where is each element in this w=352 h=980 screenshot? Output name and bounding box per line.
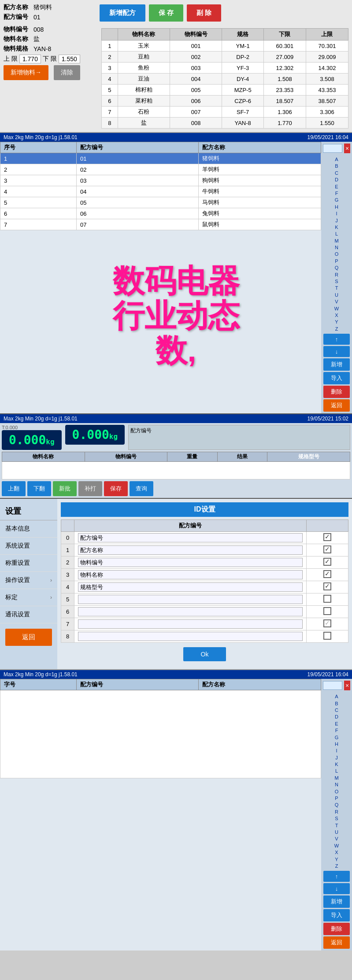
table-row[interactable]: 3鱼粉003YF-312.30214.302 xyxy=(102,63,348,74)
alpha-j[interactable]: J xyxy=(335,217,338,224)
id-input-8[interactable] xyxy=(78,632,303,641)
settings-item-comms[interactable]: 通讯设置 xyxy=(0,606,57,623)
bottom-close-button[interactable]: × xyxy=(344,681,350,690)
alpha-g[interactable]: G xyxy=(335,197,339,203)
bottom-alpha-x[interactable]: X xyxy=(335,849,338,856)
alphabet-list[interactable]: A B C D E F G H I J K L M N O P Q xyxy=(334,156,339,332)
settings-item-operation[interactable]: 操作设置 › xyxy=(0,572,57,589)
checkbox-1[interactable] xyxy=(323,545,331,553)
alpha-p[interactable]: P xyxy=(335,258,338,265)
bottom-alpha-f[interactable]: F xyxy=(335,727,338,734)
bottom-alpha-h[interactable]: H xyxy=(335,741,338,748)
alpha-n[interactable]: N xyxy=(335,244,338,251)
sidebar-up-button[interactable]: ↑ xyxy=(323,334,350,345)
bottom-search-input[interactable] xyxy=(323,681,342,690)
alpha-d[interactable]: D xyxy=(335,177,338,183)
table-row[interactable]: 8盐008YAN-81.7701.550 xyxy=(102,118,348,129)
id-input-0[interactable] xyxy=(78,533,303,542)
alpha-b[interactable]: B xyxy=(335,163,338,169)
list-item[interactable]: 606兔饲料 xyxy=(0,208,321,219)
bottom-alpha-k[interactable]: K xyxy=(335,761,338,768)
bottom-alpha-p[interactable]: P xyxy=(335,795,338,802)
list-item[interactable]: 101猪饲料 xyxy=(0,153,321,164)
search-input[interactable] xyxy=(323,144,342,153)
settings-item-system[interactable]: 系统设置 xyxy=(0,538,57,555)
bottom-up-button[interactable]: ↑ xyxy=(323,871,350,882)
table-row[interactable]: 4豆油004DY-41.5083.508 xyxy=(102,74,348,85)
table-row[interactable]: 7石粉007SF-71.3063.306 xyxy=(102,107,348,118)
bottom-alpha-w[interactable]: W xyxy=(334,843,339,849)
table-row[interactable]: 2豆粕002DP-227.00929.009 xyxy=(102,52,348,63)
id-input-6[interactable] xyxy=(78,607,303,616)
checkbox-8[interactable] xyxy=(323,632,331,640)
sidebar-back-button[interactable]: 返回 xyxy=(323,399,350,412)
fill-button[interactable]: 补打 xyxy=(78,481,102,496)
alpha-m[interactable]: M xyxy=(334,238,338,244)
checkbox-5[interactable] xyxy=(323,595,331,603)
bottom-import-button[interactable]: 导入 xyxy=(323,909,350,921)
alpha-t[interactable]: T xyxy=(335,285,338,291)
alpha-z[interactable]: Z xyxy=(335,326,338,332)
checkbox-4[interactable] xyxy=(323,582,331,590)
add-material-button[interactable]: 新增物料→ xyxy=(4,65,48,80)
bottom-down-button[interactable]: ↓ xyxy=(323,883,350,894)
list-item[interactable]: 505马饲料 xyxy=(0,197,321,208)
delete-button[interactable]: 副 除 xyxy=(187,4,221,22)
query-button[interactable]: 查询 xyxy=(130,481,153,496)
sidebar-add-button[interactable]: 新增 xyxy=(323,358,350,371)
sidebar-delete-button[interactable]: 删除 xyxy=(323,386,350,398)
alpha-l[interactable]: L xyxy=(335,231,338,237)
alpha-v[interactable]: V xyxy=(335,298,338,305)
alpha-i[interactable]: I xyxy=(336,210,337,217)
add-formula-button[interactable]: 新增配方 xyxy=(100,4,145,22)
alpha-x[interactable]: X xyxy=(335,312,338,319)
bottom-alpha-z[interactable]: Z xyxy=(335,863,338,869)
bottom-alpha-q[interactable]: Q xyxy=(335,802,339,808)
prev-button[interactable]: 上翻 xyxy=(2,481,26,496)
bottom-alpha-d[interactable]: D xyxy=(335,714,338,720)
bottom-alpha-t[interactable]: T xyxy=(335,822,338,829)
alpha-r[interactable]: R xyxy=(335,272,338,278)
id-input-2[interactable] xyxy=(78,558,303,567)
table-row[interactable]: 5棉籽粕005MZP-523.35343.353 xyxy=(102,85,348,96)
ok-button[interactable]: Ok xyxy=(183,647,226,661)
alpha-a[interactable]: A xyxy=(335,156,338,163)
alpha-u[interactable]: U xyxy=(335,292,338,298)
bottom-back-button[interactable]: 返回 xyxy=(323,936,350,949)
alpha-c[interactable]: C xyxy=(335,170,338,177)
bottom-alphabet-list[interactable]: A B C D E F G H I J K L M N O P Q R S T xyxy=(334,693,339,869)
bottom-alpha-o[interactable]: O xyxy=(335,788,339,795)
sidebar-down-button[interactable]: ↓ xyxy=(323,346,350,357)
checkbox-3[interactable] xyxy=(323,570,331,578)
table-row[interactable]: 1玉米001YM-160.30170.301 xyxy=(102,41,348,52)
checkbox-7[interactable] xyxy=(323,619,331,627)
bottom-delete-button[interactable]: 删除 xyxy=(323,923,350,935)
alpha-q[interactable]: Q xyxy=(335,265,339,271)
bottom-alpha-g[interactable]: G xyxy=(335,734,339,741)
bottom-alpha-l[interactable]: L xyxy=(335,768,338,774)
bottom-add-button[interactable]: 新增 xyxy=(323,895,350,908)
alpha-s[interactable]: S xyxy=(335,278,338,285)
checkbox-2[interactable] xyxy=(323,558,331,566)
bottom-alpha-c[interactable]: C xyxy=(335,707,338,714)
bottom-alpha-s[interactable]: S xyxy=(335,815,338,822)
list-item[interactable]: 303狗饲料 xyxy=(0,175,321,186)
table-row[interactable]: 6菜籽粕006CZP-618.50738.507 xyxy=(102,96,348,107)
bottom-alpha-y[interactable]: Y xyxy=(335,856,338,863)
bottom-alpha-i[interactable]: I xyxy=(336,748,337,754)
alpha-f[interactable]: F xyxy=(335,190,338,197)
settings-item-basic[interactable]: 基本信息 xyxy=(0,520,57,538)
save2-button[interactable]: 保存 xyxy=(104,481,128,496)
alpha-h[interactable]: H xyxy=(335,204,338,210)
id-input-7[interactable] xyxy=(78,619,303,629)
alpha-w[interactable]: W xyxy=(334,306,339,312)
checkbox-6[interactable] xyxy=(323,607,331,615)
alpha-k[interactable]: K xyxy=(335,224,338,231)
save-button[interactable]: 保 存 xyxy=(149,4,183,22)
alpha-o[interactable]: O xyxy=(335,251,339,258)
bottom-alpha-m[interactable]: M xyxy=(334,775,338,781)
id-input-3[interactable] xyxy=(78,570,303,579)
list-item[interactable]: 707鼠饲料 xyxy=(0,219,321,230)
bottom-alpha-b[interactable]: B xyxy=(335,700,338,707)
list-item[interactable]: 404牛饲料 xyxy=(0,186,321,197)
